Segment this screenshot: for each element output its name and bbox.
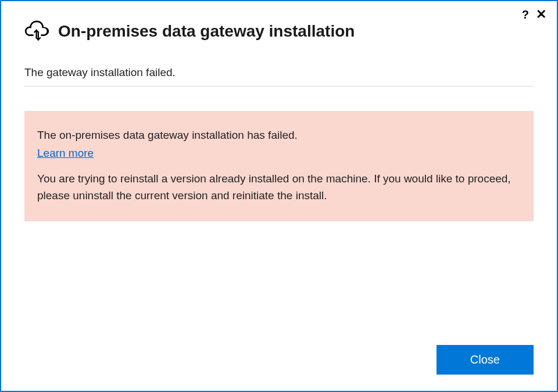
close-icon[interactable]: ✕ <box>536 8 546 21</box>
dialog-title: On-premises data gateway installation <box>58 22 355 41</box>
content-area: On-premises data gateway installation Th… <box>1 1 557 345</box>
learn-more-link[interactable]: Learn more <box>37 145 94 162</box>
error-panel: The on-premises data gateway installatio… <box>24 111 534 221</box>
help-icon[interactable]: ? <box>522 9 529 20</box>
status-text: The gateway installation failed. <box>24 66 534 87</box>
error-detail: You are trying to reinstall a version al… <box>37 171 521 204</box>
dialog-window: ? ✕ On-premises data gateway installatio… <box>0 0 558 392</box>
error-title: The on-premises data gateway installatio… <box>37 127 521 144</box>
close-button[interactable]: Close <box>437 345 534 375</box>
titlebar-controls: ? ✕ <box>522 8 546 21</box>
header: On-premises data gateway installation <box>24 19 534 44</box>
footer: Close <box>1 345 557 391</box>
cloud-gateway-icon <box>24 19 50 44</box>
